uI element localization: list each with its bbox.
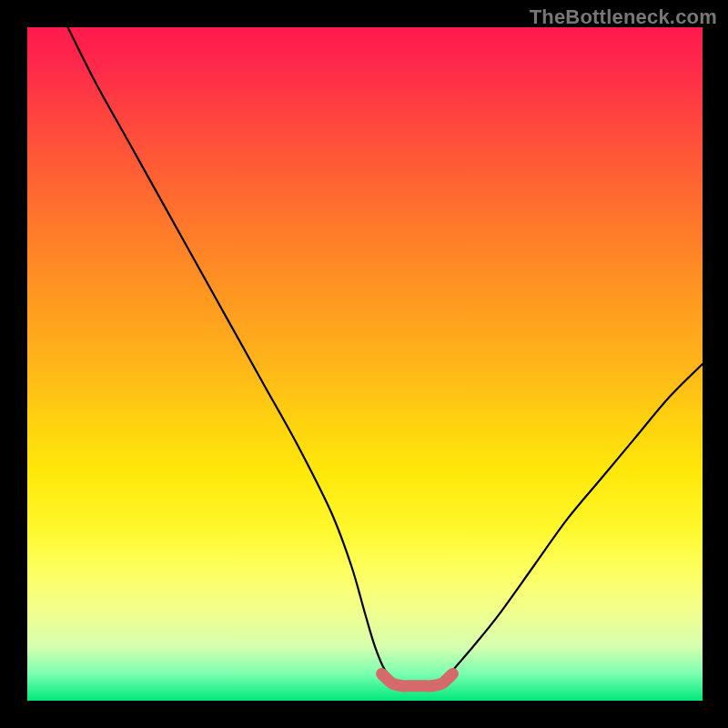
plot-area bbox=[27, 27, 703, 701]
optimal-zone-marker bbox=[382, 673, 453, 686]
chart-frame: TheBottleneck.com bbox=[0, 0, 728, 728]
bottleneck-curve bbox=[68, 27, 703, 686]
chart-overlay bbox=[27, 27, 703, 701]
watermark-text: TheBottleneck.com bbox=[530, 5, 717, 29]
